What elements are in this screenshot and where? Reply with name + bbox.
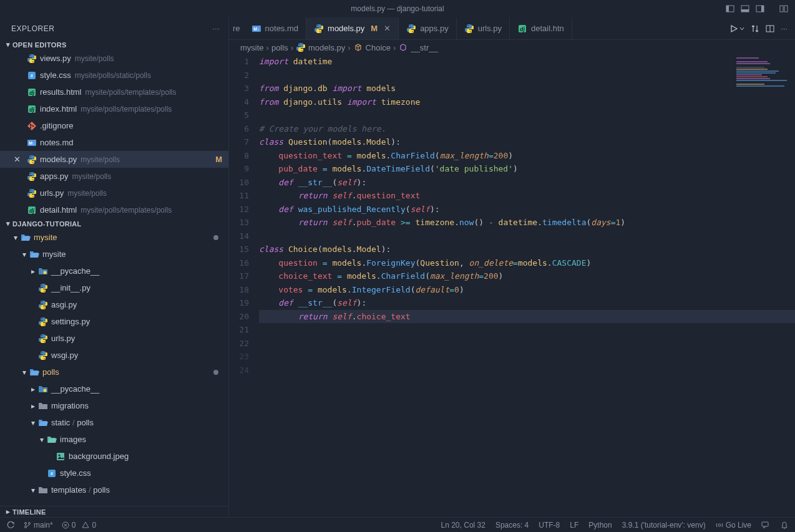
tree-item[interactable]: __init__.py [0, 279, 228, 296]
run-icon[interactable] [729, 24, 738, 33]
open-editor-item[interactable]: urls.pymysite/polls [0, 185, 228, 201]
tree-item[interactable]: settings.py [0, 313, 228, 330]
code-line[interactable]: def was_published_Recently(self): [259, 203, 795, 216]
tab-fragment[interactable]: re [229, 17, 244, 39]
code-line[interactable]: import datetime [259, 55, 795, 69]
editor-tab[interactable]: djdetail.htn [510, 17, 572, 39]
open-editor-item[interactable]: .gitignore [0, 117, 228, 134]
tree-item[interactable]: urls.py [0, 330, 228, 347]
breadcrumb-item[interactable]: __str__ [411, 43, 437, 52]
tree-item[interactable]: ▾images [0, 431, 228, 448]
code-line[interactable]: return self.choice_text [259, 310, 795, 324]
spaces-item[interactable]: Spaces: 4 [495, 521, 529, 530]
compare-icon[interactable] [751, 24, 759, 33]
tree-item[interactable]: ▸migrations [0, 397, 228, 414]
split-editor-icon[interactable] [766, 24, 774, 33]
code-line[interactable]: votes = models.IntegerField(default=0) [259, 283, 795, 297]
open-editor-item[interactable]: views.pymysite/polls [0, 50, 228, 67]
code-line[interactable]: return self.question_text [259, 189, 795, 203]
code-line[interactable] [259, 109, 795, 122]
code-line[interactable]: class Choice(models.Model): [259, 243, 795, 256]
breadcrumb[interactable]: mysite›polls›models.py›Choice›__str__ [229, 40, 795, 55]
minimap[interactable] [736, 57, 793, 89]
language-item[interactable]: Python [588, 521, 612, 530]
editor-tab[interactable]: models.pyM✕ [306, 17, 399, 39]
close-icon[interactable]: ✕ [384, 24, 391, 33]
code-line[interactable]: question_text = models.CharField(max_len… [259, 149, 795, 163]
open-editors-section[interactable]: ▾ OPEN EDITORS [0, 39, 228, 50]
close-icon[interactable]: ✕ [14, 155, 26, 164]
code-line[interactable] [259, 69, 795, 82]
layout-icon[interactable] [779, 4, 789, 14]
code-line[interactable]: from django.db import models [259, 82, 795, 95]
chevron-down-icon[interactable]: ▾ [29, 418, 37, 427]
breadcrumb-item[interactable]: models.py [308, 43, 345, 52]
chevron-right-icon[interactable]: ▸ [29, 402, 37, 410]
chevron-down-icon[interactable]: ▾ [20, 250, 29, 259]
code-line[interactable]: class Question(models.Model): [259, 135, 795, 149]
code-line[interactable]: pub_date = models.DateTimeField('date pu… [259, 162, 795, 176]
go-live-item[interactable]: Go Live [716, 521, 751, 530]
code-line[interactable]: # Create your models here. [259, 122, 795, 136]
bell-icon[interactable] [780, 521, 789, 530]
open-editor-item[interactable]: apps.pymysite/polls [0, 168, 228, 185]
breadcrumb-item[interactable]: polls [271, 43, 288, 52]
code-line[interactable] [259, 323, 795, 337]
branch-item[interactable]: main* [24, 521, 53, 530]
run-dropdown-icon[interactable] [739, 26, 744, 31]
cursor-position[interactable]: Ln 20, Col 32 [441, 521, 485, 530]
more-actions-icon[interactable]: ··· [781, 24, 788, 33]
project-section[interactable]: ▾ DJANGO-TUTORIAL [0, 218, 228, 229]
tree-item[interactable]: ▸__pycache__ [0, 263, 228, 279]
chevron-down-icon[interactable]: ▾ [11, 233, 20, 242]
code-line[interactable]: return self.pub_date >= timezone.now() -… [259, 216, 795, 230]
tree-item[interactable]: ▾mysite [0, 246, 228, 263]
editor-tab[interactable]: urls.py [457, 17, 510, 39]
python-env-item[interactable]: 3.9.1 ('tutorial-env': venv) [622, 521, 706, 530]
encoding-item[interactable]: UTF-8 [539, 521, 560, 530]
breadcrumb-item[interactable]: Choice [366, 43, 391, 52]
open-editor-item[interactable]: #style.cssmysite/polls/static/polls [0, 67, 228, 84]
timeline-section[interactable]: ▸ TIMELINE [0, 506, 228, 517]
chevron-right-icon[interactable]: ▸ [29, 267, 37, 276]
chevron-down-icon[interactable]: ▾ [20, 368, 29, 377]
remote-icon[interactable] [6, 521, 15, 530]
tree-item[interactable]: wsgi.py [0, 347, 228, 364]
open-editor-item[interactable]: ✕models.pymysite/pollsM [0, 151, 228, 168]
code-editor[interactable]: 123456789101112131415161718192021222324 … [229, 55, 795, 517]
tree-item[interactable]: ▾polls [0, 364, 228, 380]
open-editor-item[interactable]: djdetail.htmlmysite/polls/templates/poll… [0, 201, 228, 218]
panel-bottom-icon[interactable] [740, 4, 750, 14]
open-editor-item[interactable]: M↓notes.md [0, 134, 228, 151]
code-line[interactable] [259, 364, 795, 377]
panel-right-icon[interactable] [755, 4, 765, 14]
tree-item[interactable]: ▾static / polls [0, 414, 228, 431]
panel-left-icon[interactable] [725, 4, 735, 14]
open-editor-item[interactable]: djindex.htmlmysite/polls/templates/polls [0, 100, 228, 117]
editor-tab[interactable]: M↓notes.md [244, 17, 306, 39]
code-line[interactable]: def __str__(self): [259, 176, 795, 190]
code-line[interactable]: from django.utils import timezone [259, 95, 795, 109]
tree-item[interactable]: ▾mysite [0, 229, 228, 246]
eol-item[interactable]: LF [570, 521, 578, 530]
code-line[interactable]: question = models.ForeignKey(Question, o… [259, 256, 795, 270]
tree-item[interactable]: asgi.py [0, 296, 228, 313]
open-editor-item[interactable]: djresults.htmlmysite/polls/templates/pol… [0, 84, 228, 100]
tree-item[interactable]: background.jpeg [0, 448, 228, 465]
tree-item[interactable]: #style.css [0, 465, 228, 481]
feedback-icon[interactable] [761, 521, 770, 530]
code-line[interactable] [259, 230, 795, 243]
chevron-down-icon[interactable]: ▾ [29, 486, 37, 495]
errors-item[interactable]: 0 0 [62, 521, 96, 530]
code-line[interactable]: choice_text = models.CharField(max_lengt… [259, 269, 795, 283]
tree-item[interactable]: ▸__pycache__ [0, 380, 228, 397]
code-line[interactable]: def __str__(self): [259, 296, 795, 310]
tree-item[interactable]: ▾templates / polls [0, 481, 228, 498]
explorer-actions-icon[interactable]: ··· [212, 24, 220, 33]
breadcrumb-item[interactable]: mysite [240, 43, 264, 52]
code-line[interactable] [259, 337, 795, 351]
chevron-down-icon[interactable]: ▾ [37, 435, 46, 444]
chevron-right-icon[interactable]: ▸ [29, 385, 37, 394]
editor-tab[interactable]: apps.py [399, 17, 457, 39]
code-line[interactable] [259, 350, 795, 364]
